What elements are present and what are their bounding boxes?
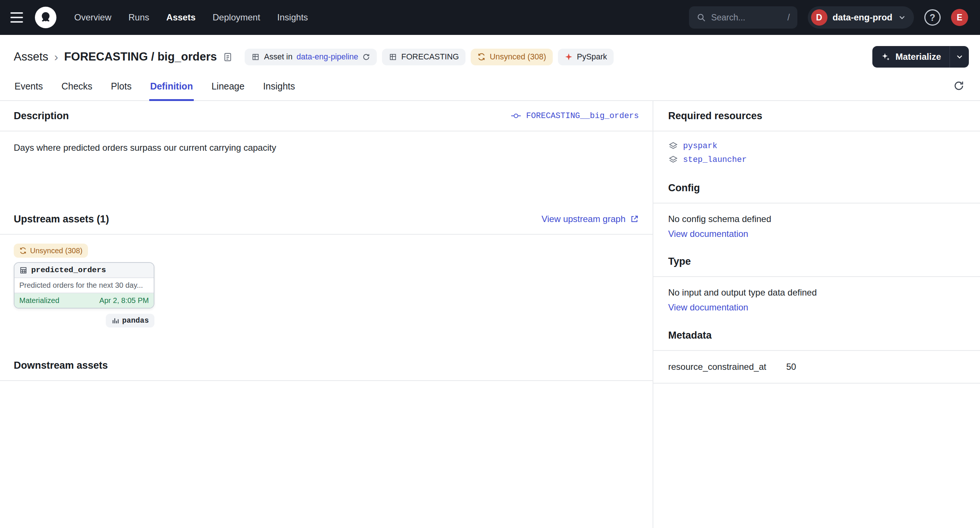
materialize-dropdown-button[interactable] <box>950 46 969 68</box>
pipeline-link[interactable]: data-eng-pipeline <box>297 52 358 62</box>
materialize-button-group: Materialize <box>872 46 969 68</box>
tag-compute-kind-label: PySpark <box>577 52 607 62</box>
asset-tabs: Events Checks Plots Definition Lineage I… <box>14 81 296 100</box>
compute-kind-tag[interactable]: pandas <box>106 314 154 328</box>
view-upstream-graph-link[interactable]: View upstream graph <box>542 214 639 224</box>
resource-link-step-launcher[interactable]: step_launcher <box>683 155 747 164</box>
metadata-key: resource_constrained_at <box>668 362 786 372</box>
tab-definition[interactable]: Definition <box>149 81 193 101</box>
page-header: Assets › FORECASTING / big_orders Asset … <box>0 35 980 68</box>
materialize-label: Materialize <box>896 52 941 62</box>
refresh-icon <box>953 80 964 91</box>
asset-card-name: predicted_orders <box>31 266 106 274</box>
definition-right-column: Required resources pyspark step_launcher… <box>653 101 980 528</box>
materialized-status-label: Materialized <box>19 296 59 305</box>
pyspark-icon <box>565 53 573 61</box>
content: Description FORECASTING__big_orders Days… <box>0 101 980 528</box>
sync-icon <box>19 247 27 254</box>
table-icon <box>19 266 27 274</box>
type-title: Type <box>668 256 691 267</box>
layers-icon <box>668 155 678 165</box>
tab-checks[interactable]: Checks <box>60 81 93 101</box>
upstream-body: Unsynced (308) predicted_orders Predicte… <box>0 235 652 350</box>
definition-left-column: Description FORECASTING__big_orders Days… <box>0 101 653 528</box>
tag-group[interactable]: FORECASTING <box>382 49 466 65</box>
search-input[interactable] <box>711 13 767 23</box>
top-nav: Overview Runs Assets Deployment Insights… <box>0 0 980 35</box>
asset-card-description: Predicted orders for the next 30 day... <box>14 278 154 293</box>
resource-link-pyspark[interactable]: pyspark <box>683 142 717 151</box>
bar-chart-icon <box>111 317 119 324</box>
nav-insights[interactable]: Insights <box>277 12 308 23</box>
tab-plots[interactable]: Plots <box>110 81 132 101</box>
nav-overview[interactable]: Overview <box>74 12 111 23</box>
description-body: Days where predicted orders surpass our … <box>0 132 652 204</box>
description-title: Description <box>14 110 69 122</box>
op-link-label: FORECASTING__big_orders <box>526 111 639 121</box>
tabs-row: Events Checks Plots Definition Lineage I… <box>0 68 980 101</box>
tag-group-label: FORECASTING <box>401 52 459 62</box>
user-avatar[interactable]: E <box>951 9 968 26</box>
main-nav: Overview Runs Assets Deployment Insights <box>74 12 308 23</box>
search-box[interactable]: / <box>689 6 797 29</box>
tag-unsynced-label: Unsynced (308) <box>490 52 546 62</box>
resources-title: Required resources <box>668 110 762 122</box>
op-icon <box>511 112 522 120</box>
asset-tags: Asset in data-eng-pipeline FORECASTING U… <box>245 49 614 65</box>
asset-card-status-row: Materialized Apr 2, 8:05 PM <box>14 293 154 308</box>
asset-card-tag-row: pandas <box>14 314 154 328</box>
help-icon[interactable]: ? <box>924 9 941 25</box>
topnav-right: / D data-eng-prod ? E <box>689 6 968 29</box>
downstream-title: Downstream assets <box>14 360 108 371</box>
breadcrumb: Assets › FORECASTING / big_orders <box>14 50 233 64</box>
dagster-logo[interactable] <box>35 7 56 28</box>
tag-asset-in-job[interactable]: Asset in data-eng-pipeline <box>245 49 377 65</box>
resource-row: step_launcher <box>668 155 965 165</box>
resources-list: pyspark step_launcher <box>653 132 980 173</box>
reload-pipeline-icon[interactable] <box>362 53 370 61</box>
tab-events[interactable]: Events <box>14 81 43 101</box>
config-section-header: Config <box>653 173 980 204</box>
type-body: No input and output type data defined Vi… <box>653 277 980 320</box>
search-shortcut-key: / <box>788 13 789 23</box>
config-empty-text: No config schema defined <box>668 214 965 224</box>
external-link-icon <box>630 215 639 224</box>
resources-section-header: Required resources <box>653 101 980 132</box>
layers-icon <box>668 141 678 151</box>
nav-assets[interactable]: Assets <box>166 12 196 23</box>
description-clipboard-icon[interactable] <box>223 52 233 62</box>
metadata-row: resource_constrained_at 50 <box>653 351 980 383</box>
tab-insights[interactable]: Insights <box>262 81 296 101</box>
tab-lineage[interactable]: Lineage <box>211 81 245 101</box>
tag-compute-kind[interactable]: PySpark <box>558 49 614 65</box>
asset-group-icon <box>389 53 397 61</box>
chevron-down-icon <box>897 13 907 22</box>
unsynced-badge-label: Unsynced (308) <box>30 247 83 255</box>
refresh-button[interactable] <box>949 76 969 96</box>
metadata-title: Metadata <box>668 330 712 341</box>
config-view-documentation-link[interactable]: View documentation <box>668 229 748 239</box>
workspace-label: data-eng-prod <box>833 12 892 23</box>
workspace-switcher[interactable]: D data-eng-prod <box>808 6 914 29</box>
resource-row: pyspark <box>668 141 965 151</box>
materialize-button[interactable]: Materialize <box>872 46 950 68</box>
upstream-title: Upstream assets (1) <box>14 213 109 225</box>
chevron-down-icon <box>955 52 964 61</box>
op-link[interactable]: FORECASTING__big_orders <box>511 111 639 121</box>
page-title: FORECASTING / big_orders <box>64 50 217 64</box>
metadata-section-header: Metadata <box>653 320 980 351</box>
asset-card-header: predicted_orders <box>14 263 154 278</box>
upstream-asset-card[interactable]: predicted_orders Predicted orders for th… <box>14 262 154 309</box>
hamburger-menu-icon[interactable] <box>10 9 27 25</box>
view-upstream-graph-label: View upstream graph <box>542 214 625 224</box>
unsynced-badge: Unsynced (308) <box>14 243 88 258</box>
sparkle-icon <box>881 52 891 62</box>
nav-runs[interactable]: Runs <box>129 12 149 23</box>
type-section-header: Type <box>653 247 980 277</box>
tag-unsynced[interactable]: Unsynced (308) <box>471 49 553 65</box>
nav-deployment[interactable]: Deployment <box>213 12 260 23</box>
sync-icon <box>477 53 485 61</box>
breadcrumb-assets-link[interactable]: Assets <box>14 50 48 64</box>
type-view-documentation-link[interactable]: View documentation <box>668 302 748 313</box>
type-empty-text: No input and output type data defined <box>668 287 965 298</box>
